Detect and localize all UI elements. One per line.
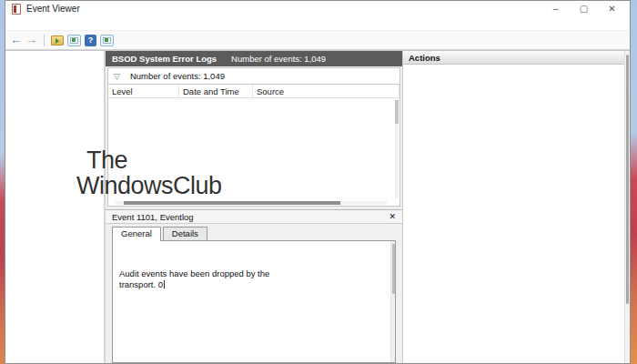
actions-vertical-scrollbar[interactable] (624, 51, 630, 363)
events-panel: BSOD System Error Logs Number of events:… (106, 51, 403, 363)
event-detail-title: Event 1101, Eventlog (112, 212, 194, 222)
window-controls: – ▢ ✕ (541, 2, 626, 16)
event-detail-body: Audit events have been dropped by the tr… (112, 240, 396, 363)
title-bar: Event Viewer – ▢ ✕ (5, 1, 630, 16)
column-header-source[interactable]: Source (253, 85, 399, 97)
close-icon[interactable]: ✕ (389, 212, 396, 221)
toolbar-separator (44, 35, 45, 46)
actions-panel: Actions (403, 51, 630, 363)
window-title: Event Viewer (26, 4, 80, 14)
scrollbar-thumb[interactable] (626, 55, 629, 304)
help-icon[interactable]: ? (85, 35, 96, 46)
tab-general[interactable]: General (112, 227, 161, 241)
events-table-header: Level Date and Time Source (108, 85, 399, 98)
menu-bar (5, 16, 630, 31)
console-tree-panel (5, 51, 106, 363)
event-detail-panel: Event 1101, Eventlog ✕ General Details A… (106, 209, 402, 363)
events-count: Number of events: 1,049 (231, 54, 326, 64)
show-hide-action-pane-icon[interactable] (100, 35, 114, 46)
actions-panel-title: Actions (403, 51, 630, 65)
filter-bar-text: Number of events: 1,049 (130, 71, 225, 81)
funnel-icon (114, 72, 120, 81)
filter-bar[interactable]: Number of events: 1,049 (107, 67, 400, 85)
maximize-button[interactable]: ▢ (570, 2, 598, 16)
scrollbar-thumb[interactable] (124, 201, 340, 205)
event-detail-tabs: General Details (106, 224, 402, 240)
scrollbar-thumb[interactable] (395, 100, 399, 124)
events-table: Level Date and Time Source (107, 85, 400, 207)
tab-details[interactable]: Details (163, 227, 207, 240)
event-viewer-app-icon (12, 4, 21, 15)
event-message-highlight: Audit events have been dropped by the tr… (116, 268, 306, 287)
event-message-text: Audit events have been dropped by the tr… (119, 268, 269, 289)
detail-vertical-scrollbar[interactable] (390, 241, 395, 362)
main-content: BSOD System Error Logs Number of events:… (5, 50, 630, 363)
back-arrow-icon[interactable]: ← (10, 32, 22, 48)
events-horizontal-scrollbar[interactable] (116, 201, 387, 205)
minimize-button[interactable]: – (541, 2, 570, 16)
close-button[interactable]: ✕ (598, 2, 626, 16)
toolbar: ← → ? (5, 31, 630, 50)
forward-arrow-icon[interactable]: → (25, 32, 37, 48)
text-cursor (164, 280, 165, 288)
events-panel-header: BSOD System Error Logs Number of events:… (106, 51, 402, 66)
event-detail-header: Event 1101, Eventlog ✕ (106, 210, 402, 224)
scrollbar-thumb[interactable] (392, 244, 395, 294)
event-viewer-window: Event Viewer – ▢ ✕ ← → ? BSOD System Err… (5, 0, 631, 364)
column-header-level[interactable]: Level (108, 85, 179, 97)
open-folder-icon[interactable] (51, 35, 64, 46)
actions-list (403, 65, 630, 363)
column-header-date-and-time[interactable]: Date and Time (179, 85, 253, 97)
events-vertical-scrollbar[interactable] (395, 99, 399, 198)
events-panel-title: BSOD System Error Logs (112, 54, 217, 64)
show-hide-console-tree-icon[interactable] (67, 35, 81, 46)
